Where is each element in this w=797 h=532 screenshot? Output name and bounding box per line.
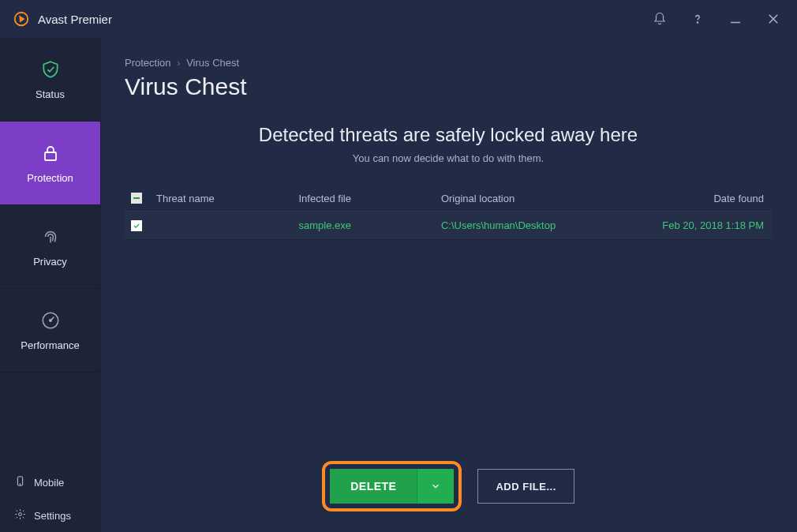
shield-check-icon [39,58,62,81]
svg-point-8 [19,513,22,516]
table-row[interactable]: sample.exe C:\Users\human\Desktop Feb 20… [125,212,772,240]
sidebar-item-label: Performance [21,339,79,351]
sidebar-item-performance[interactable]: Performance [0,289,100,373]
bell-icon[interactable] [652,11,668,27]
svg-rect-3 [45,152,56,160]
cell-original-location: C:\Users\human\Desktop [441,219,627,231]
help-icon[interactable] [690,11,705,27]
chevron-down-icon [430,481,441,492]
checked-check-icon [131,220,142,231]
row-checkbox[interactable] [128,220,156,231]
sidebar-item-label: Privacy [33,256,67,268]
breadcrumb-root[interactable]: Protection [125,57,171,69]
svg-point-7 [20,484,21,485]
fingerprint-icon [39,226,62,248]
avast-logo-icon [13,10,30,28]
svg-point-5 [49,320,51,322]
mobile-icon [14,475,26,489]
sidebar-item-privacy[interactable]: Privacy [0,205,100,289]
sidebar-spacer [0,373,100,466]
add-file-button[interactable]: Add file... [477,469,574,504]
gear-icon [14,508,26,523]
breadcrumb-leaf: Virus Chest [186,57,239,69]
page-subhead: Detected threats are safely locked away … [125,124,772,164]
cell-infected-file: sample.exe [298,219,440,231]
gauge-icon [39,309,62,332]
delete-button-highlight: Delete [322,461,462,511]
titlebar-left: Avast Premier [13,10,112,28]
sidebar: Status Protection Privacy [0,38,101,532]
breadcrumb: Protection › Virus Chest [125,57,772,69]
table-header: Threat name Infected file Original locat… [125,186,772,212]
delete-dropdown[interactable] [417,469,454,504]
subhead-title: Detected threats are safely locked away … [125,124,772,146]
sidebar-item-label: Settings [34,510,71,522]
indeterminate-check-icon [131,193,142,204]
page-title: Virus Chest [125,73,772,100]
sidebar-item-protection[interactable]: Protection [0,122,100,205]
col-original-location: Original location [441,193,627,204]
minimize-icon[interactable] [728,11,743,27]
svg-rect-2 [731,22,740,24]
cell-date-found: Feb 20, 2018 1:18 PM [627,219,769,231]
titlebar: Avast Premier [0,0,797,38]
svg-point-1 [697,22,698,23]
app-window: Avast Premier Status [0,0,797,532]
sidebar-item-label: Mobile [34,477,64,489]
sidebar-item-label: Protection [27,172,73,184]
sidebar-item-mobile[interactable]: Mobile [0,466,100,499]
lock-icon [39,142,62,164]
sidebar-item-settings[interactable]: Settings [0,499,100,532]
threats-table: Threat name Infected file Original locat… [125,186,772,240]
close-icon[interactable] [765,11,781,27]
col-threat-name: Threat name [156,193,298,204]
footer-actions: Delete Add file... [125,461,772,532]
delete-button-label: Delete [330,469,417,504]
sidebar-item-label: Status [36,88,65,100]
app-title: Avast Premier [38,13,112,26]
body: Status Protection Privacy [0,38,797,532]
titlebar-controls [652,11,781,27]
header-checkbox[interactable] [128,193,156,204]
delete-button[interactable]: Delete [330,469,454,504]
col-date-found: Date found [627,193,769,204]
col-infected-file: Infected file [298,193,440,204]
main-content: Protection › Virus Chest Virus Chest Det… [101,38,797,532]
subhead-desc: You can now decide what to do with them. [125,152,772,164]
sidebar-item-status[interactable]: Status [0,38,100,122]
breadcrumb-separator: › [177,57,180,69]
